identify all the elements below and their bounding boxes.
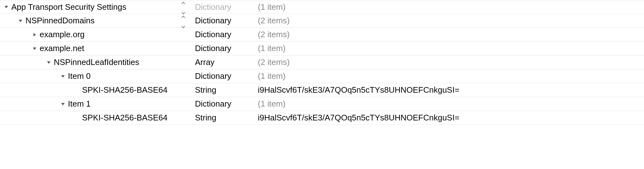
value-label: (1 item): [258, 99, 286, 108]
chevron-up-icon[interactable]: [181, 0, 186, 7]
plist-row[interactable]: NSPinnedLeafIdentitiesArray(2 items): [0, 55, 644, 69]
key-cell: Item 1: [0, 99, 192, 109]
value-cell[interactable]: (1 item): [255, 99, 644, 109]
key-label[interactable]: example.net: [40, 44, 84, 53]
disclosure-down-icon[interactable]: [31, 45, 38, 52]
plist-row[interactable]: Item 1Dictionary(1 item): [0, 97, 644, 111]
plist-row[interactable]: Item 0Dictionary(1 item): [0, 69, 644, 83]
type-label: Dictionary: [195, 2, 231, 12]
key-label[interactable]: NSPinnedLeafIdentities: [54, 57, 139, 67]
key-cell: example.org: [0, 30, 192, 39]
type-cell[interactable]: Dictionary: [192, 99, 255, 109]
type-label: String: [195, 113, 216, 122]
chevron-up-icon[interactable]: [181, 11, 186, 20]
value-label: i9HalScvf6T/skE3/A7QOq5n5cTYs8UHNOEFCnkg…: [258, 113, 459, 122]
value-cell[interactable]: (2 items): [255, 30, 644, 39]
type-label: Dictionary: [195, 99, 231, 108]
value-cell[interactable]: (1 item): [255, 71, 644, 81]
type-cell[interactable]: String: [192, 113, 255, 123]
key-cell: App Transport Security Settings: [0, 2, 192, 12]
type-label: Array: [195, 57, 214, 67]
key-label[interactable]: Item 1: [68, 99, 91, 109]
plist-row[interactable]: SPKI-SHA256-BASE64Stringi9HalScvf6T/skE3…: [0, 111, 644, 125]
type-cell[interactable]: String: [192, 85, 255, 95]
value-label: i9HalScvf6T/skE3/A7QOq5n5cTYs8UHNOEFCnkg…: [258, 85, 459, 95]
disclosure-down-icon[interactable]: [17, 18, 24, 24]
key-cell: NSPinnedDomains: [0, 16, 192, 26]
plist-row[interactable]: example.netDictionary(1 item): [0, 42, 644, 55]
disclosure-down-icon[interactable]: [46, 59, 52, 66]
plist-row[interactable]: SPKI-SHA256-BASE64Stringi9HalScvf6T/skE3…: [0, 83, 644, 97]
key-label[interactable]: SPKI-SHA256-BASE64: [82, 85, 168, 95]
type-cell[interactable]: Dictionary: [192, 71, 255, 81]
value-label: (1 item): [258, 44, 286, 53]
plist-row[interactable]: NSPinnedDomainsDictionary(2 items): [0, 14, 644, 28]
value-cell[interactable]: (1 item): [255, 2, 644, 12]
type-cell[interactable]: Dictionary: [192, 44, 255, 53]
key-cell: example.net: [0, 44, 192, 53]
type-label: Dictionary: [195, 71, 231, 81]
type-cell[interactable]: Dictionary: [192, 16, 255, 26]
type-cell[interactable]: Dictionary: [192, 2, 255, 12]
value-cell[interactable]: (2 items): [255, 57, 644, 67]
key-cell: SPKI-SHA256-BASE64: [0, 85, 192, 95]
type-label: Dictionary: [195, 30, 231, 39]
key-cell: Item 0: [0, 71, 192, 81]
type-label: Dictionary: [195, 16, 231, 25]
value-label: (1 item): [258, 2, 286, 12]
key-label[interactable]: App Transport Security Settings: [11, 2, 126, 12]
plist-table: App Transport Security SettingsDictionar…: [0, 0, 644, 125]
key-label[interactable]: Item 0: [68, 71, 91, 81]
value-cell[interactable]: (1 item): [255, 44, 644, 53]
key-cell: NSPinnedLeafIdentities: [0, 57, 192, 67]
type-cell[interactable]: Array: [192, 57, 255, 67]
disclosure-down-icon[interactable]: [60, 73, 66, 79]
disclosure-down-icon[interactable]: [3, 4, 9, 10]
value-label: (2 items): [258, 57, 290, 67]
key-cell: SPKI-SHA256-BASE64: [0, 113, 192, 123]
disclosure-right-icon[interactable]: [31, 32, 38, 38]
type-cell[interactable]: Dictionary: [192, 30, 255, 39]
plist-row[interactable]: App Transport Security SettingsDictionar…: [0, 0, 644, 14]
value-label: (2 items): [258, 30, 290, 39]
key-label[interactable]: NSPinnedDomains: [25, 16, 95, 26]
type-label: Dictionary: [195, 44, 231, 53]
type-label: String: [195, 85, 216, 95]
disclosure-down-icon[interactable]: [60, 101, 66, 107]
plist-row[interactable]: example.orgDictionary(2 items): [0, 28, 644, 42]
value-cell[interactable]: i9HalScvf6T/skE3/A7QOq5n5cTYs8UHNOEFCnkg…: [255, 85, 644, 95]
key-label[interactable]: SPKI-SHA256-BASE64: [82, 113, 168, 123]
value-label: (1 item): [258, 71, 286, 81]
value-cell[interactable]: (2 items): [255, 16, 644, 26]
value-cell[interactable]: i9HalScvf6T/skE3/A7QOq5n5cTYs8UHNOEFCnkg…: [255, 113, 644, 123]
value-label: (2 items): [258, 16, 290, 25]
key-label[interactable]: example.org: [40, 30, 85, 39]
